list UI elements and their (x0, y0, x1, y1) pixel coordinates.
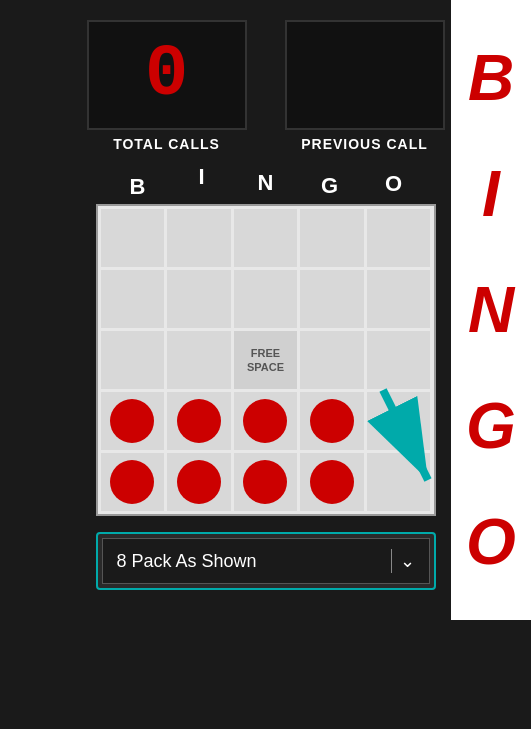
cell-0-1 (167, 209, 231, 267)
dauber-4-1 (177, 460, 221, 504)
letter-N: N (236, 170, 296, 196)
previous-call-display (285, 20, 445, 130)
cell-1-2 (234, 270, 298, 328)
cell-4-3 (300, 453, 364, 511)
dauber-3-3 (310, 399, 354, 443)
side-letter-I: I (482, 162, 500, 226)
total-calls-value: 0 (145, 39, 188, 111)
letter-O: O (364, 171, 424, 197)
chevron-down-icon[interactable]: ⌄ (400, 550, 415, 572)
cell-1-1 (167, 270, 231, 328)
total-calls-display: 0 (87, 20, 247, 130)
cell-0-2 (234, 209, 298, 267)
cell-1-4 (367, 270, 431, 328)
dauber-4-3 (310, 460, 354, 504)
cell-4-2 (234, 453, 298, 511)
cell-3-1 (167, 392, 231, 450)
dauber-4-0 (110, 460, 154, 504)
cell-2-0 (101, 331, 165, 389)
cell-3-3 (300, 392, 364, 450)
letter-B: B (108, 174, 168, 200)
total-calls-label: TOTAL CALLS (113, 136, 220, 152)
cell-4-0 (101, 453, 165, 511)
cell-0-0 (101, 209, 165, 267)
side-letter-G: G (466, 394, 516, 458)
dauber-4-2 (243, 460, 287, 504)
letter-I: I (172, 164, 232, 190)
cell-3-2 (234, 392, 298, 450)
cell-4-1 (167, 453, 231, 511)
bingo-letters-header: B I N G O (96, 164, 436, 200)
cell-2-3 (300, 331, 364, 389)
previous-call-label: PREVIOUS CALL (301, 136, 428, 152)
letter-G: G (300, 173, 360, 199)
cell-3-4 (367, 392, 431, 450)
cell-4-4 (367, 453, 431, 511)
cell-2-1 (167, 331, 231, 389)
cell-3-0 (101, 392, 165, 450)
stats-row: 0 TOTAL CALLS PREVIOUS CALL (76, 20, 456, 152)
dropdown-divider (391, 549, 392, 573)
side-letter-B: B (468, 46, 514, 110)
side-letter-O: O (466, 510, 516, 574)
dauber-3-2 (243, 399, 287, 443)
cell-1-3 (300, 270, 364, 328)
total-calls-box: 0 TOTAL CALLS (76, 20, 258, 152)
bingo-card: FREESPACE (96, 204, 436, 516)
bingo-side-panel: B I N G O (451, 0, 531, 620)
cell-2-2-free: FREESPACE (234, 331, 298, 389)
pack-dropdown[interactable]: 8 Pack As Shown ⌄ (102, 538, 430, 584)
dauber-3-1 (177, 399, 221, 443)
cell-0-4 (367, 209, 431, 267)
cell-0-3 (300, 209, 364, 267)
dauber-3-0 (110, 399, 154, 443)
previous-call-box: PREVIOUS CALL (274, 20, 456, 152)
side-letter-N: N (468, 278, 514, 342)
cell-1-0 (101, 270, 165, 328)
pack-dropdown-label: 8 Pack As Shown (117, 551, 257, 572)
pack-dropdown-container[interactable]: 8 Pack As Shown ⌄ (96, 532, 436, 590)
cell-2-4 (367, 331, 431, 389)
